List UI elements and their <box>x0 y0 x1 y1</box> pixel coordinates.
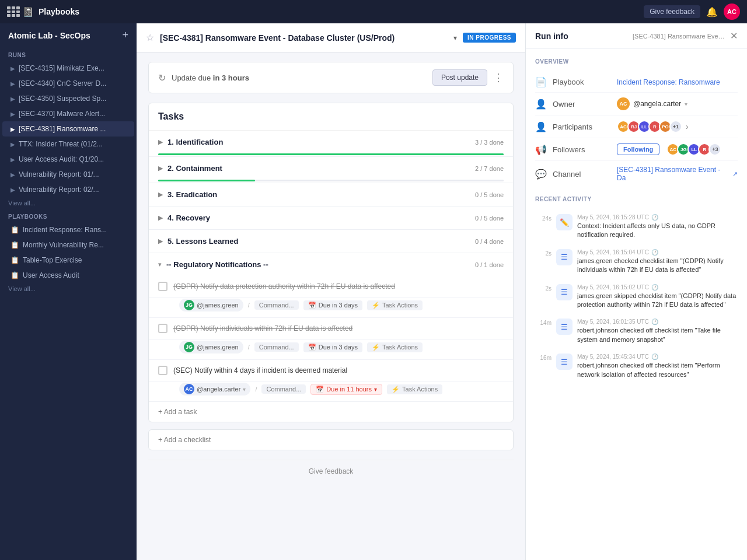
info-row-followers: 📢 Followers Following AC JG LL R +3 <box>535 138 738 161</box>
more-options-button[interactable]: ⋮ <box>493 71 504 84</box>
separator: / <box>255 386 257 393</box>
activity-content: May 5, 2024, 16:15:02 UTC 🕐 james.green … <box>577 284 738 310</box>
task-actions-button[interactable]: ⚡ Task Actions <box>387 384 442 394</box>
task-title-sec1: (SEC) Notify within 4 days if incident i… <box>173 366 504 374</box>
participants-nav-button[interactable]: › <box>686 122 689 131</box>
assignee-chip[interactable]: JG @james.green <box>179 299 243 312</box>
add-task-row[interactable]: + Add a task <box>149 402 513 422</box>
task-group-header-containment[interactable]: ▶ 2. Containment 2 / 7 done <box>149 157 513 180</box>
status-badge: IN PROGRESS <box>463 33 516 43</box>
lightning-icon: ⚡ <box>392 386 400 393</box>
assignee-chip[interactable]: JG @james.green <box>179 341 243 354</box>
run-title-dropdown[interactable]: ▾ <box>453 34 457 42</box>
group-arrow-icon: ▶ <box>158 191 163 198</box>
command-chip[interactable]: Command... <box>254 300 299 310</box>
star-button[interactable]: ☆ <box>146 32 154 43</box>
assignee-name: @james.green <box>197 302 239 309</box>
view-all-playbooks[interactable]: View all... <box>0 283 137 295</box>
view-all-runs[interactable]: View all... <box>0 197 137 209</box>
lightning-icon: ⚡ <box>372 344 380 351</box>
playbooks-section-label: PLAYBOOKS <box>0 209 137 222</box>
sidebar-item-vuln1[interactable]: ▶ Vulnerability Report: 01/... <box>2 167 134 182</box>
command-chip[interactable]: Command... <box>261 384 306 394</box>
sidebar-item-4350[interactable]: ▶ [SEC-4350] Suspected Sp... <box>2 91 134 106</box>
sidebar-item-audit[interactable]: ▶ User Access Audit: Q1/20... <box>2 152 134 167</box>
sidebar-item-label: [SEC-4315] Mimikatz Exe... <box>19 64 104 72</box>
user-avatar[interactable]: AC <box>724 4 740 20</box>
grid-icon[interactable] <box>7 6 18 17</box>
runs-section-label: RUNS <box>0 47 137 61</box>
group-title: 4. Recovery <box>167 214 470 222</box>
give-feedback-button[interactable]: Give feedback <box>644 5 700 18</box>
activity-text: james.green skipped checklist item "(GDP… <box>577 292 738 310</box>
sidebar-item-label: [SEC-4340] CnC Server D... <box>19 79 106 88</box>
sidebar-item-ttx[interactable]: ▶ TTX: Insider Threat (01/2... <box>2 136 134 152</box>
bottom-feedback[interactable]: Give feedback <box>148 460 514 482</box>
following-button[interactable]: Following <box>617 144 659 155</box>
task-actions-button[interactable]: ⚡ Task Actions <box>367 342 423 352</box>
group-count: 0 / 1 done <box>475 261 504 268</box>
playbook-link[interactable]: Incident Response: Ransomware <box>617 78 720 86</box>
assignee-name: @angela.carter <box>197 386 240 393</box>
channel-name: [SEC-4381] Ransomware Event - Da <box>617 166 730 182</box>
activity-text: Context: Incident affects only US data, … <box>577 222 738 240</box>
sidebar-item-playbook-ir[interactable]: 📋 Incident Response: Rans... <box>2 222 134 237</box>
activity-time: 2s <box>535 249 551 275</box>
clock-icon: 🕐 <box>651 354 658 360</box>
task-checkbox-gdpr2[interactable] <box>158 324 167 333</box>
recent-activity-label: RECENT ACTIVITY <box>535 196 738 202</box>
activity-text: robert.johnson checked off checklist ite… <box>577 361 738 379</box>
task-group-regulatory: ▾ -- Regulatory Notifications -- 0 / 1 d… <box>149 253 513 402</box>
due-chip: 📅 Due in 3 days <box>303 342 362 352</box>
task-group-header-identification[interactable]: ▶ 1. Identification 3 / 3 done <box>149 131 513 153</box>
arrow-icon: ▶ <box>11 111 15 117</box>
activity-item: 16m ☰ May 5, 2024, 15:45:34 UTC 🕐 robert… <box>535 349 738 384</box>
task-meta: JG @james.green / Command... 📅 Due in 3 … <box>179 299 423 312</box>
add-workspace-button[interactable]: + <box>122 29 128 41</box>
due-chip-overdue[interactable]: 📅 Due in 11 hours ▾ <box>310 384 382 395</box>
sidebar-item-4340[interactable]: ▶ [SEC-4340] CnC Server D... <box>2 76 134 91</box>
sidebar-item-playbook-audit[interactable]: 📋 User Access Audit <box>2 268 134 283</box>
owner-value: AC @angela.carter ▾ <box>617 97 738 110</box>
owner-chip[interactable]: AC @angela.carter ▾ <box>617 97 687 110</box>
task-group-header-regulatory[interactable]: ▾ -- Regulatory Notifications -- 0 / 1 d… <box>149 253 513 276</box>
task-group-header-lessons[interactable]: ▶ 5. Lessons Learned 0 / 4 done <box>149 230 513 253</box>
close-panel-button[interactable]: ✕ <box>730 30 738 41</box>
sidebar-item-playbook-monthly[interactable]: 📋 Monthly Vulnerability Re... <box>2 237 134 253</box>
overview-label: OVERVIEW <box>535 58 738 65</box>
owner-label: Owner <box>553 100 611 108</box>
command-chip[interactable]: Command... <box>254 342 299 352</box>
activity-item: 2s ☰ May 5, 2024, 16:15:02 UTC 🕐 james.g… <box>535 279 738 314</box>
arrow-icon: ▶ <box>11 65 15 72</box>
group-title: 3. Eradication <box>167 190 470 199</box>
task-group-header-eradication[interactable]: ▶ 3. Eradication 0 / 5 done <box>149 183 513 206</box>
followers-value: Following AC JG LL R +3 <box>617 143 738 156</box>
sidebar-item-4381[interactable]: ▶ [SEC-4381] Ransomware ... <box>2 121 134 136</box>
followers-label: Followers <box>553 145 611 154</box>
task-checkbox-gdpr1[interactable] <box>158 282 167 291</box>
sidebar-item-4370[interactable]: ▶ [SEC-4370] Malware Alert... <box>2 106 134 121</box>
center-inner: ↻ Update due in 3 hours Post update ⋮ Ta… <box>137 52 525 492</box>
activity-time: 24s <box>535 214 551 240</box>
channel-link[interactable]: [SEC-4381] Ransomware Event - Da ↗ <box>617 166 738 182</box>
bell-icon[interactable]: 🔔 <box>706 6 718 18</box>
task-actions-button[interactable]: ⚡ Task Actions <box>367 300 423 310</box>
channel-value: [SEC-4381] Ransomware Event - Da ↗ <box>617 166 738 182</box>
sidebar-item-4315[interactable]: ▶ [SEC-4315] Mimikatz Exe... <box>2 61 134 76</box>
post-update-button[interactable]: Post update <box>432 69 487 86</box>
channel-label: Channel <box>553 170 611 178</box>
assignee-chip[interactable]: AC @angela.carter ▾ <box>179 383 250 396</box>
sidebar-item-vuln2[interactable]: ▶ Vulnerability Report: 02/... <box>2 182 134 197</box>
sidebar-item-label: [SEC-4381] Ransomware ... <box>19 125 106 133</box>
arrow-icon: ▶ <box>11 126 15 132</box>
add-checklist-row[interactable]: + Add a checklist <box>148 429 514 450</box>
followers-more: +3 <box>708 143 721 156</box>
topbar: 📓 Playbooks Give feedback 🔔 AC <box>0 0 747 23</box>
add-checklist-label: + Add a checklist <box>158 436 211 444</box>
sidebar-item-playbook-tabletop[interactable]: 📋 Table-Top Exercise <box>2 253 134 268</box>
task-group-header-recovery[interactable]: ▶ 4. Recovery 0 / 5 done <box>149 206 513 229</box>
assignee-dropdown-icon[interactable]: ▾ <box>243 386 246 393</box>
sidebar-item-label: User Access Audit: Q1/20... <box>19 155 104 163</box>
task-checkbox-sec1[interactable] <box>158 366 167 375</box>
playbook-icon: 📋 <box>11 271 19 279</box>
